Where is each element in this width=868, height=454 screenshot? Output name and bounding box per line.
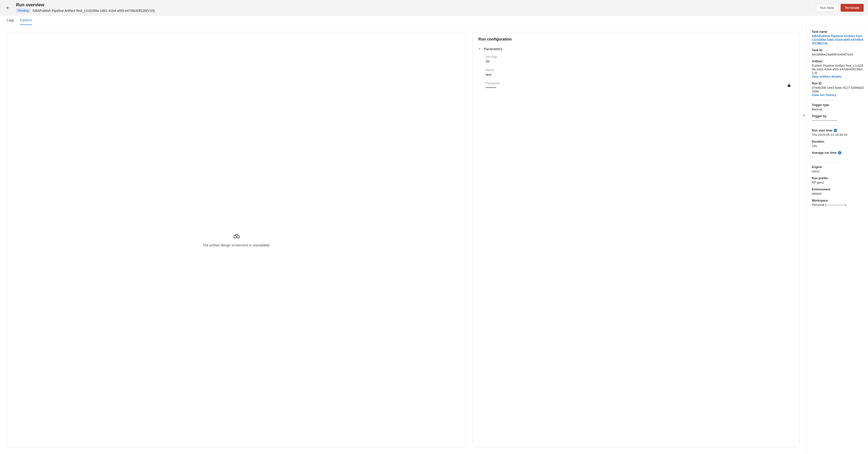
divider <box>812 162 838 163</box>
lock-icon <box>787 83 791 88</box>
field-run-id: Run ID 07edb206-1ee3-4adc-9127-426fda021… <box>812 82 864 97</box>
trigger-type-label: Trigger type <box>812 103 864 107</box>
field-artifact: Artifact Publish Pipeline Artifact Test_… <box>812 60 864 78</box>
task-id-value: 641989be24a4597e454f7e18 <box>812 53 864 56</box>
view-artifact-details-link[interactable]: View artifact details <box>812 75 864 78</box>
run-id-value: 07edb206-1ee3-4adc-9127-426fda02168e <box>812 86 864 93</box>
trigger-type-value: Manual <box>812 108 864 111</box>
terminate-button[interactable]: Terminate <box>841 4 864 12</box>
duration-value: 19s <box>812 144 864 148</box>
empty-state-text: The artifact design screenshot is unavai… <box>203 243 271 247</box>
workspace-value: Personal (——————) <box>812 203 864 207</box>
binoculars-icon <box>233 232 241 243</box>
details-panel-wrapper: Task name GBAPublish Pipeline Artifact T… <box>806 25 868 454</box>
divider <box>812 125 838 126</box>
run-configuration-card: Run configuration Parameters Min Age 20 … <box>472 32 800 447</box>
param-min-age-label: Min Age <box>486 55 794 58</box>
field-run-start-time: Run start time i Thu 2023-05-11 16:42:16 <box>812 129 864 137</box>
field-workspace: Workspace Personal (——————) <box>812 199 864 207</box>
back-button[interactable] <box>4 4 11 11</box>
field-trigger-by: Trigger by ———————— <box>812 114 864 122</box>
run-now-button[interactable]: Run Now <box>816 4 838 12</box>
param-password: Password ******** <box>486 82 794 90</box>
main-content: The artifact design screenshot is unavai… <box>0 25 806 454</box>
field-task-name: Task name GBAPublish Pipeline Artifact T… <box>812 30 864 45</box>
svg-point-1 <box>237 235 240 238</box>
tab-pipeline[interactable]: Pipeline <box>20 16 32 25</box>
run-profile-value: RP gen2 <box>812 181 864 184</box>
field-avg-runtime: Average run time i - <box>812 151 864 159</box>
title-meta-row: Pending GBAPublish Pipeline Artifact Tes… <box>16 8 816 13</box>
header-title-block: Run overview Pending GBAPublish Pipeline… <box>16 2 816 13</box>
field-task-id: Task ID 641989be24a4597e454f7e18 <box>812 49 864 56</box>
field-run-profile: Run profile RP gen2 <box>812 176 864 184</box>
artifact-value: Publish Pipeline Artifact Test_c1c5268a-… <box>812 64 864 75</box>
svg-point-0 <box>234 235 237 238</box>
param-name-label: Name <box>486 68 794 72</box>
page-title: Run overview <box>16 2 816 7</box>
param-password-label: Password <box>486 82 794 85</box>
field-trigger-type: Trigger type Manual <box>812 103 864 111</box>
view-run-history-link[interactable]: View run history <box>812 93 864 97</box>
environment-label: Environment <box>812 188 864 191</box>
engine-value: Gen2 <box>812 170 864 173</box>
status-badge: Pending <box>16 8 31 13</box>
parameters-section-toggle[interactable]: Parameters <box>478 47 794 51</box>
duration-label: Duration <box>812 140 864 143</box>
run-start-time-value: Thu 2023-05-11 16:42:16 <box>812 133 864 137</box>
artifact-screenshot-card: The artifact design screenshot is unavai… <box>7 32 466 447</box>
info-icon[interactable]: i <box>838 151 841 154</box>
artifact-label: Artifact <box>812 60 864 63</box>
page-header: Run overview Pending GBAPublish Pipeline… <box>0 0 868 16</box>
param-name: Name test <box>486 68 794 77</box>
param-password-value: ******** <box>486 86 794 90</box>
avg-runtime-value: - <box>812 155 864 159</box>
run-id-label: Run ID <box>812 82 864 85</box>
tab-logs[interactable]: Logs <box>7 16 14 25</box>
run-start-time-label: Run start time i <box>812 129 864 132</box>
param-min-age: Min Age 20 <box>486 55 794 63</box>
arrow-left-icon <box>6 6 10 10</box>
task-name-link[interactable]: GBAPublish Pipeline Artifact Test_c1c526… <box>812 34 864 45</box>
field-duration: Duration 19s <box>812 140 864 148</box>
app-root: Run overview Pending GBAPublish Pipeline… <box>0 0 868 454</box>
run-configuration-title: Run configuration <box>478 37 794 41</box>
task-name-label: Task name <box>812 30 864 33</box>
avg-runtime-label: Average run time i <box>812 151 864 154</box>
info-icon[interactable]: i <box>834 129 837 132</box>
details-panel: Task name GBAPublish Pipeline Artifact T… <box>806 25 868 454</box>
param-min-age-value: 20 <box>486 59 794 63</box>
field-engine: Engine Gen2 <box>812 165 864 173</box>
page-body: The artifact design screenshot is unavai… <box>0 25 868 454</box>
parameters-section-label: Parameters <box>484 47 502 51</box>
workspace-label: Workspace <box>812 199 864 202</box>
trigger-by-label: Trigger by <box>812 114 864 118</box>
field-environment: Environment default <box>812 188 864 196</box>
run-name: GBAPublish Pipeline Artifact Test_c1c526… <box>32 9 155 12</box>
param-name-value: test <box>486 73 794 77</box>
chevron-right-icon <box>802 113 806 117</box>
run-profile-label: Run profile <box>812 176 864 180</box>
environment-value: default <box>812 192 864 196</box>
sidebar-collapse-toggle[interactable] <box>802 113 806 118</box>
divider <box>812 100 838 101</box>
header-actions: Run Now Terminate <box>816 4 864 12</box>
chevron-down-icon <box>478 48 481 50</box>
task-id-label: Task ID <box>812 49 864 52</box>
trigger-by-value: ———————— <box>812 119 864 122</box>
tab-bar: Logs Pipeline <box>0 16 868 25</box>
engine-label: Engine <box>812 165 864 169</box>
